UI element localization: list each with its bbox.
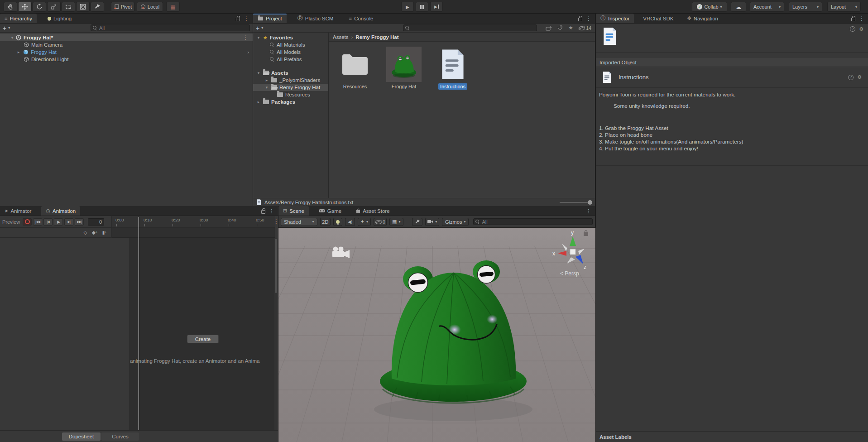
favorite-star-icon[interactable] [568, 25, 573, 30]
tree-all-materials[interactable]: All Materials [253, 41, 328, 48]
tab-asset-store[interactable]: Asset Store [351, 206, 394, 216]
gizmos-dropdown[interactable]: Gizmos [442, 218, 469, 226]
tab-scene[interactable]: ⊞Scene [278, 206, 309, 216]
gear-icon[interactable] [859, 27, 863, 32]
dopesheet-tab[interactable]: Dopesheet [62, 432, 101, 441]
create-clip-button[interactable]: Create [187, 335, 219, 343]
grid-visibility-dropdown[interactable] [389, 218, 403, 226]
project-search[interactable] [403, 24, 537, 31]
foldout-arrow-icon[interactable]: ▾ [264, 85, 269, 90]
expand-arrow-icon[interactable]: ▸ [16, 50, 21, 54]
add-event-icon[interactable]: ▮+ [102, 230, 107, 235]
panel-menu-icon[interactable] [859, 16, 864, 21]
create-object-button[interactable]: + [3, 25, 6, 31]
scene-search-input[interactable] [482, 219, 590, 225]
hand-tool-button[interactable] [4, 2, 17, 12]
panel-menu-icon[interactable] [269, 208, 274, 214]
component-tools-button[interactable] [412, 218, 423, 226]
tree-remy-froggy-hat[interactable]: ▾Remy Froggy Hat [253, 84, 328, 91]
play-animation-button[interactable]: ▶ [54, 218, 63, 226]
breadcrumb-root[interactable]: Assets [333, 34, 349, 40]
scene-audio-toggle[interactable] [345, 218, 355, 226]
2d-toggle-button[interactable]: 2D [320, 218, 331, 226]
scene-lighting-toggle[interactable] [333, 218, 342, 226]
tree-all-prefabs[interactable]: All Prefabs [253, 56, 328, 63]
grid-snap-button[interactable]: ▦ [166, 2, 180, 12]
local-toggle-button[interactable]: Local [137, 2, 163, 12]
panel-menu-icon[interactable] [586, 208, 591, 214]
gear-icon[interactable] [857, 75, 862, 80]
foldout-arrow-icon[interactable]: ▾ [256, 35, 261, 40]
scene-hidden-count-toggle[interactable]: 0 [374, 218, 387, 226]
label-tag-icon[interactable] [557, 25, 563, 31]
scene-search[interactable] [473, 218, 593, 225]
layers-dropdown[interactable]: Layers [789, 2, 822, 12]
account-dropdown[interactable]: Account [750, 2, 784, 12]
scale-tool-button[interactable] [47, 2, 61, 12]
record-button[interactable] [23, 218, 32, 226]
shading-mode-dropdown[interactable]: Shaded [281, 218, 317, 226]
pause-button[interactable] [416, 2, 428, 12]
hierarchy-search[interactable] [91, 24, 250, 31]
hierarchy-item-froggy-hat[interactable]: ▸ Froggy Hat › [0, 48, 253, 56]
tab-console[interactable]: ≡Console [344, 14, 378, 23]
hidden-count-toggle[interactable]: 14 [578, 25, 591, 31]
panel-menu-icon[interactable] [586, 16, 591, 21]
tab-hierarchy[interactable]: ≡Hierarchy [0, 14, 37, 23]
tab-plastic-scm[interactable]: ⓟPlastic SCM [293, 14, 338, 23]
lock-icon[interactable] [578, 18, 582, 21]
curves-tab[interactable]: Curves [101, 432, 139, 441]
scene-header-row[interactable]: ▾ Froggy Hat* [0, 34, 253, 41]
tab-animation[interactable]: ◷Animation [41, 206, 80, 216]
foldout-arrow-icon[interactable]: ▾ [10, 35, 14, 40]
lock-icon[interactable] [261, 210, 265, 214]
help-icon[interactable]: ? [850, 26, 855, 32]
asset-froggy-hat-prefab[interactable]: Froggy Hat [384, 46, 423, 90]
keyframe-diamond-icon[interactable]: ◇ [83, 230, 87, 235]
scrollbar-thumb[interactable] [275, 239, 277, 293]
help-icon[interactable]: ? [848, 75, 854, 80]
expand-arrow-icon[interactable]: ▸ [256, 100, 261, 104]
pivot-toggle-button[interactable]: Pivot [111, 2, 134, 12]
prefab-chevron-icon[interactable]: › [247, 49, 249, 55]
breadcrumb-current[interactable]: Remy Froggy Hat [355, 34, 398, 40]
move-tool-button[interactable] [18, 2, 32, 12]
tab-animator[interactable]: ➤Animator [0, 206, 36, 216]
transform-tool-button[interactable] [76, 2, 90, 12]
tree-all-models[interactable]: All Models [253, 48, 328, 56]
projection-mode-label[interactable]: < Persp [560, 270, 579, 277]
tree-poiyomishaders[interactable]: ▸_PoiyomiShaders [253, 77, 328, 84]
tree-packages[interactable]: ▸Packages [253, 98, 328, 106]
expand-arrow-icon[interactable]: ▸ [264, 78, 269, 82]
tree-resources[interactable]: Resources [253, 91, 328, 98]
import-package-icon[interactable] [546, 25, 552, 31]
step-button[interactable]: ▶ [430, 2, 443, 12]
tree-favorites[interactable]: ▾Favorites [253, 34, 328, 41]
asset-resources-folder[interactable]: Resources [336, 46, 374, 90]
asset-labels-footer[interactable]: Asset Labels [596, 431, 868, 442]
create-asset-button[interactable]: + [256, 25, 259, 31]
scene-menu-icon[interactable] [243, 35, 248, 40]
vertical-scrollbar[interactable] [274, 238, 278, 430]
tab-navigation[interactable]: ✥Navigation [682, 14, 723, 23]
slider-thumb[interactable] [588, 200, 592, 205]
first-frame-button[interactable]: |◀◀ [33, 218, 42, 226]
tab-lighting[interactable]: Lighting [43, 14, 76, 23]
scene-viewport[interactable]: y x z < Persp [278, 228, 595, 442]
tab-vrchat-sdk[interactable]: VRChat SDK [638, 14, 678, 23]
hierarchy-search-input[interactable] [99, 25, 248, 31]
lock-icon[interactable] [236, 18, 240, 21]
last-frame-button[interactable]: ▶▶| [75, 218, 84, 226]
scene-camera-dropdown[interactable] [425, 218, 439, 226]
preview-toggle[interactable]: Preview [1, 219, 21, 225]
panel-menu-icon[interactable] [244, 16, 249, 21]
add-keyframe-icon[interactable]: ◆+ [92, 230, 98, 235]
prev-key-button[interactable]: |◀ [43, 218, 53, 226]
hierarchy-item-directional-light[interactable]: Directional Light [0, 56, 253, 63]
tab-game[interactable]: Game [314, 206, 346, 216]
tree-assets[interactable]: ▾Assets [253, 69, 328, 77]
cloud-button[interactable]: ☁ [731, 2, 746, 12]
asset-instructions-text[interactable]: Instructions [433, 46, 472, 90]
layout-dropdown[interactable]: Layout [827, 2, 861, 12]
scene-effects-dropdown[interactable] [358, 218, 371, 226]
